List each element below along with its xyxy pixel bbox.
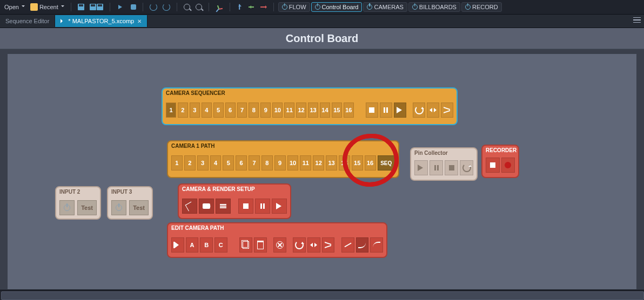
- seq-step-16[interactable]: 16: [344, 103, 354, 118]
- edit-pingpong[interactable]: [307, 237, 320, 253]
- tab-sequence-editor[interactable]: Sequence Editor: [0, 15, 55, 27]
- recent-menu[interactable]: Recent: [28, 2, 66, 12]
- path-step-14[interactable]: 14: [339, 155, 350, 171]
- seq-stop[interactable]: [366, 103, 378, 118]
- setup-play[interactable]: [272, 199, 287, 214]
- horizontal-scrollbar[interactable]: [0, 290, 644, 300]
- panel-camera-sequencer[interactable]: CAMERA SEQUENCER 1 2 3 4 5 6 7 8 9 10 11…: [162, 87, 458, 125]
- seq-step-15[interactable]: 15: [332, 103, 342, 118]
- nav-control-board[interactable]: Control Board: [311, 2, 363, 12]
- save-all-button[interactable]: [88, 3, 105, 11]
- pin-loop[interactable]: [460, 160, 473, 175]
- panel-camera-render-setup[interactable]: CAMERA & RENDER SETUP: [178, 183, 291, 219]
- path-step-11[interactable]: 11: [300, 155, 311, 171]
- edit-line[interactable]: [341, 237, 354, 253]
- path-step-3[interactable]: 3: [197, 155, 209, 171]
- nav-up[interactable]: [234, 3, 245, 11]
- path-step-5[interactable]: 5: [223, 155, 234, 171]
- seq-step-2[interactable]: 2: [178, 103, 188, 118]
- seq-step-10[interactable]: 10: [272, 103, 283, 118]
- edit-letter-a[interactable]: A: [186, 237, 199, 253]
- close-icon[interactable]: ✕: [137, 18, 142, 24]
- edit-playstep[interactable]: [171, 237, 184, 253]
- path-step-2[interactable]: 2: [184, 155, 196, 171]
- axes-toggle[interactable]: [213, 2, 225, 12]
- nav-flow[interactable]: FLOW: [278, 2, 310, 12]
- nav-billboards[interactable]: BILLBOARDS: [408, 2, 460, 12]
- path-step-12[interactable]: 12: [313, 155, 324, 171]
- path-step-7[interactable]: 7: [249, 155, 260, 171]
- seq-play[interactable]: [394, 103, 406, 118]
- setup-stop[interactable]: [238, 199, 253, 214]
- panel-camera1-path[interactable]: CAMERA 1 PATH 1 2 3 4 5 6 7 8 9 10 11 12…: [167, 140, 399, 178]
- path-step-13[interactable]: 13: [326, 155, 337, 171]
- seq-step-1[interactable]: 1: [166, 103, 176, 118]
- panel-input-2[interactable]: INPUT 2 Test: [55, 186, 101, 220]
- path-step-15[interactable]: 15: [352, 155, 363, 171]
- nav-record[interactable]: RECORD: [461, 2, 502, 12]
- scrollbar-thumb[interactable]: [1, 291, 644, 300]
- save-button[interactable]: [76, 3, 86, 11]
- panel-recorder[interactable]: RECORDER: [481, 145, 519, 178]
- path-seq-button[interactable]: SEQ: [378, 155, 395, 171]
- zoom-out[interactable]: [182, 3, 192, 11]
- seq-step-7[interactable]: 7: [237, 103, 247, 118]
- edit-cancel[interactable]: [273, 237, 286, 253]
- hamburger-menu[interactable]: [633, 17, 641, 23]
- setup-list[interactable]: [216, 199, 231, 214]
- path-step-1[interactable]: 1: [171, 155, 183, 171]
- input2-power[interactable]: [59, 200, 75, 215]
- tab-file[interactable]: * MALPASTOR_5.xcomp ✕: [55, 15, 147, 27]
- edit-letter-c[interactable]: C: [214, 237, 227, 253]
- seq-step-8[interactable]: 8: [249, 103, 259, 118]
- path-step-10[interactable]: 10: [287, 155, 299, 171]
- toolbar-redo[interactable]: [160, 2, 172, 12]
- seq-step-14[interactable]: 14: [320, 103, 330, 118]
- path-step-4[interactable]: 4: [210, 155, 222, 171]
- nav-back[interactable]: [246, 3, 257, 11]
- edit-letter-b[interactable]: B: [200, 237, 213, 253]
- seq-step-3[interactable]: 3: [190, 103, 200, 118]
- seq-loop[interactable]: [413, 103, 425, 118]
- path-step-16[interactable]: 16: [365, 155, 376, 171]
- rec-record[interactable]: [501, 158, 515, 173]
- pin-play[interactable]: [414, 160, 428, 175]
- nav-cameras[interactable]: CAMERAS: [363, 2, 407, 12]
- setup-pause[interactable]: [255, 199, 270, 214]
- open-menu[interactable]: Open: [2, 3, 27, 11]
- nav-forward[interactable]: [258, 3, 269, 11]
- rec-stop[interactable]: [486, 158, 500, 173]
- input2-test[interactable]: Test: [77, 200, 97, 215]
- edit-loop[interactable]: [293, 237, 306, 253]
- panel-edit-camera-path[interactable]: EDIT CAMERA PATH A B C: [167, 222, 387, 258]
- seq-step-5[interactable]: 5: [213, 103, 224, 118]
- zoom-in[interactable]: [193, 3, 204, 11]
- edit-bezier[interactable]: [370, 237, 383, 253]
- toolbar-undo[interactable]: [147, 2, 159, 12]
- pin-stop[interactable]: [445, 160, 458, 175]
- toolbar-play[interactable]: [115, 4, 128, 10]
- path-step-8[interactable]: 8: [261, 155, 273, 171]
- panel-pin-collector[interactable]: Pin Collector: [410, 147, 478, 181]
- input3-test[interactable]: Test: [129, 200, 149, 215]
- setup-cursor[interactable]: [182, 199, 197, 214]
- seq-step-11[interactable]: 11: [284, 103, 294, 118]
- seq-step-12[interactable]: 12: [296, 103, 306, 118]
- pin-pause[interactable]: [430, 160, 443, 175]
- canvas[interactable]: CAMERA SEQUENCER 1 2 3 4 5 6 7 8 9 10 11…: [8, 54, 636, 289]
- seq-step-6[interactable]: 6: [225, 103, 236, 118]
- path-step-6[interactable]: 6: [236, 155, 247, 171]
- path-step-9[interactable]: 9: [274, 155, 286, 171]
- panel-input-3[interactable]: INPUT 3 Test: [107, 186, 153, 220]
- edit-shuffle[interactable]: [322, 237, 335, 253]
- seq-step-4[interactable]: 4: [202, 103, 212, 118]
- toolbar-stop[interactable]: [129, 3, 138, 11]
- seq-step-9[interactable]: 9: [260, 103, 271, 118]
- seq-shuffle[interactable]: [441, 103, 453, 118]
- seq-pause[interactable]: [380, 103, 392, 118]
- edit-curve[interactable]: [356, 237, 369, 253]
- seq-pingpong[interactable]: [427, 103, 439, 118]
- input3-power[interactable]: [111, 200, 126, 215]
- edit-paste[interactable]: [254, 237, 267, 253]
- seq-step-13[interactable]: 13: [308, 103, 318, 118]
